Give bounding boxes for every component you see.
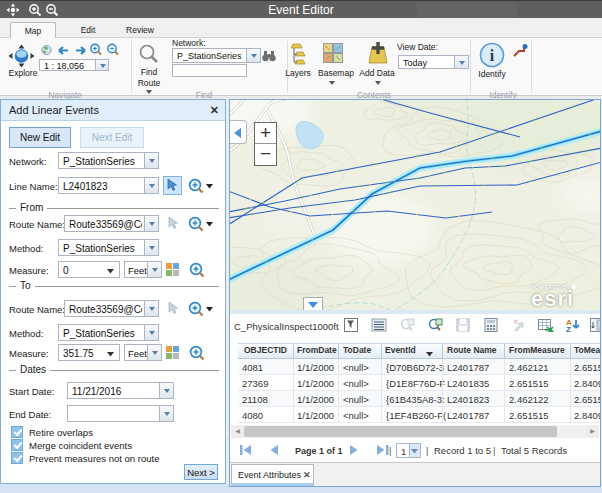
svg-text:Page 1 of 1: Page 1 of 1 [295,446,343,456]
svg-text:i: i [490,47,495,64]
svg-text:Z: Z [566,325,571,334]
